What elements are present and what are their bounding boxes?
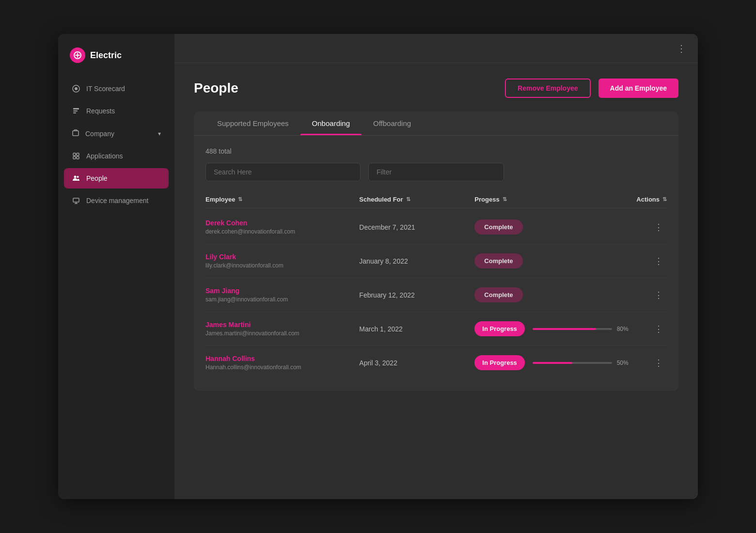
table-header: Employee ⇅ Scheduled For ⇅ Progess ⇅ A bbox=[205, 191, 667, 208]
sort-employee-icon[interactable]: ⇅ bbox=[238, 196, 242, 203]
th-progress: Progess ⇅ bbox=[474, 196, 628, 203]
svg-rect-7 bbox=[73, 153, 76, 156]
progress-cell: In Progress 80% bbox=[474, 321, 628, 336]
applications-label: Applications bbox=[86, 152, 123, 160]
svg-point-2 bbox=[75, 87, 78, 90]
actions-cell: ⋮ bbox=[629, 322, 667, 336]
sidebar-item-applications[interactable]: Applications bbox=[64, 146, 169, 166]
page-title: People bbox=[194, 80, 238, 96]
svg-point-12 bbox=[77, 176, 79, 178]
scheduled-date: December 7, 2021 bbox=[359, 223, 474, 231]
progress-percentage: 80% bbox=[617, 326, 629, 332]
header-buttons: Remove Employee Add an Employee bbox=[505, 78, 678, 98]
employee-table: Derek Cohen derek.cohen@innovationforall… bbox=[205, 210, 667, 379]
sort-progress-icon[interactable]: ⇅ bbox=[503, 196, 507, 203]
svg-rect-3 bbox=[73, 108, 79, 110]
row-actions-menu-icon[interactable]: ⋮ bbox=[650, 220, 667, 235]
sort-actions-icon[interactable]: ⇅ bbox=[662, 196, 667, 203]
employee-email: sam.jiang@innovationforall.com bbox=[205, 296, 359, 303]
content-area: People Remove Employee Add an Employee S… bbox=[174, 63, 698, 499]
employee-name: Sam Jiang bbox=[205, 287, 359, 295]
row-actions-menu-icon[interactable]: ⋮ bbox=[650, 254, 667, 268]
applications-icon bbox=[72, 152, 80, 160]
table-row: Hannah Collins Hannah.collins@innovation… bbox=[205, 346, 667, 379]
employee-cell: Lily Clark lily.clark@innovationforall.c… bbox=[205, 253, 359, 269]
scheduled-date: March 1, 2022 bbox=[359, 325, 474, 333]
employee-cell: Sam Jiang sam.jiang@innovationforall.com bbox=[205, 287, 359, 303]
logo-icon bbox=[70, 47, 85, 63]
progress-cell: Complete bbox=[474, 287, 628, 302]
employee-email: derek.cohen@innovationforall.com bbox=[205, 228, 359, 235]
scheduled-date: January 8, 2022 bbox=[359, 257, 474, 265]
th-actions: Actions ⇅ bbox=[629, 196, 667, 203]
tab-supported-employees[interactable]: Supported Employees bbox=[205, 111, 300, 135]
tab-onboarding[interactable]: Onboarding bbox=[300, 111, 362, 135]
row-actions-menu-icon[interactable]: ⋮ bbox=[650, 356, 667, 370]
sidebar-item-company[interactable]: Company ▾ bbox=[64, 123, 169, 144]
progress-percentage: 50% bbox=[617, 360, 629, 366]
progress-bar-container: 80% bbox=[533, 326, 629, 332]
employee-cell: Hannah Collins Hannah.collins@innovation… bbox=[205, 355, 359, 371]
people-icon bbox=[72, 174, 80, 183]
progress-bar-fill bbox=[533, 328, 596, 330]
table-row: Lily Clark lily.clark@innovationforall.c… bbox=[205, 244, 667, 278]
sidebar-item-device[interactable]: Device management bbox=[64, 190, 169, 211]
employee-cell: Derek Cohen derek.cohen@innovationforall… bbox=[205, 219, 359, 235]
sort-scheduled-icon[interactable]: ⇅ bbox=[406, 196, 410, 203]
employee-cell: James Martini James.martini@innovationfo… bbox=[205, 321, 359, 337]
sidebar-item-people[interactable]: People bbox=[64, 168, 169, 188]
filter-input[interactable] bbox=[368, 163, 504, 181]
requests-label: Requests bbox=[86, 107, 115, 115]
scorecard-label: IT Scorecard bbox=[86, 85, 125, 93]
main-content: ⋮ People Remove Employee Add an Employee… bbox=[174, 34, 698, 499]
svg-rect-4 bbox=[73, 110, 78, 111]
actions-cell: ⋮ bbox=[629, 356, 667, 370]
svg-rect-9 bbox=[73, 157, 76, 159]
actions-cell: ⋮ bbox=[629, 288, 667, 302]
table-row: Sam Jiang sam.jiang@innovationforall.com… bbox=[205, 278, 667, 312]
progress-bar-container: 50% bbox=[533, 360, 629, 366]
logo: Electric bbox=[58, 34, 174, 78]
employee-email: lily.clark@innovationforall.com bbox=[205, 262, 359, 269]
progress-bar-track bbox=[533, 328, 612, 330]
sidebar-item-requests[interactable]: Requests bbox=[64, 101, 169, 121]
page-header: People Remove Employee Add an Employee bbox=[194, 78, 678, 98]
tabs: Supported Employees Onboarding Offboardi… bbox=[194, 111, 678, 136]
employee-email: James.martini@innovationforall.com bbox=[205, 330, 359, 337]
th-scheduled: Scheduled For ⇅ bbox=[359, 196, 474, 203]
add-employee-button[interactable]: Add an Employee bbox=[598, 78, 678, 98]
total-count: 488 total bbox=[205, 147, 667, 155]
sidebar: Electric IT Scorecard bbox=[58, 34, 174, 499]
scorecard-icon bbox=[72, 84, 80, 93]
chevron-down-icon: ▾ bbox=[158, 130, 161, 137]
topbar: ⋮ bbox=[174, 34, 698, 63]
actions-cell: ⋮ bbox=[629, 254, 667, 268]
progress-cell: In Progress 50% bbox=[474, 355, 628, 370]
svg-rect-13 bbox=[73, 198, 79, 202]
remove-employee-button[interactable]: Remove Employee bbox=[505, 78, 591, 98]
search-input[interactable] bbox=[205, 163, 361, 181]
th-employee: Employee ⇅ bbox=[205, 196, 359, 203]
svg-rect-5 bbox=[73, 112, 76, 113]
employee-email: Hannah.collins@innovationforall.com bbox=[205, 364, 359, 371]
sidebar-item-scorecard[interactable]: IT Scorecard bbox=[64, 78, 169, 99]
tabs-container: Supported Employees Onboarding Offboardi… bbox=[194, 111, 678, 391]
table-controls bbox=[205, 163, 667, 181]
table-row: James Martini James.martini@innovationfo… bbox=[205, 312, 667, 346]
logo-text: Electric bbox=[90, 50, 122, 61]
progress-cell: Complete bbox=[474, 253, 628, 268]
row-actions-menu-icon[interactable]: ⋮ bbox=[650, 322, 667, 336]
employee-name: James Martini bbox=[205, 321, 359, 329]
tab-offboarding[interactable]: Offboarding bbox=[362, 111, 423, 135]
scheduled-date: February 12, 2022 bbox=[359, 291, 474, 299]
people-label: People bbox=[86, 174, 108, 182]
company-label: Company bbox=[85, 130, 114, 138]
status-badge: In Progress bbox=[474, 355, 525, 370]
status-badge: Complete bbox=[474, 219, 522, 235]
status-badge: In Progress bbox=[474, 321, 525, 336]
svg-rect-6 bbox=[73, 131, 79, 136]
status-badge: Complete bbox=[474, 287, 522, 302]
row-actions-menu-icon[interactable]: ⋮ bbox=[650, 288, 667, 302]
table-row: Derek Cohen derek.cohen@innovationforall… bbox=[205, 210, 667, 244]
more-options-icon[interactable]: ⋮ bbox=[677, 43, 686, 54]
